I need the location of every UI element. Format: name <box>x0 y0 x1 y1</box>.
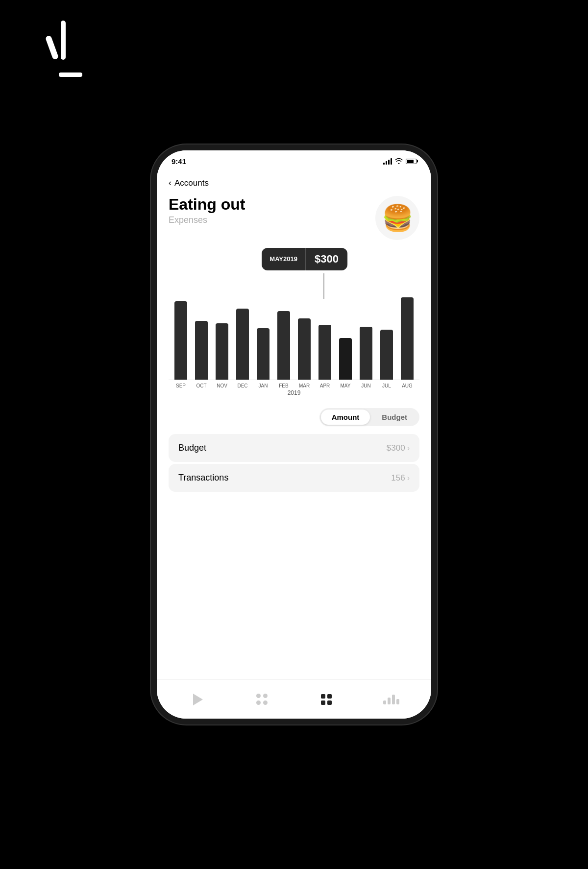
back-chevron-icon: ‹ <box>169 178 172 188</box>
bar-jul <box>380 330 393 380</box>
bar-col-mar[interactable] <box>294 318 315 380</box>
x-label-jul: JUL <box>376 383 397 388</box>
bar-col-dec[interactable] <box>232 309 253 380</box>
bar-jan <box>257 328 270 380</box>
app-content: ‹ Accounts Eating out Expenses 🍔 MAY2019… <box>157 172 431 679</box>
bar-may <box>339 338 352 380</box>
chevron-right-icon: › <box>407 444 410 453</box>
nav-bars-button[interactable] <box>380 689 402 710</box>
list-section: Budget $300 › Transactions 156 › <box>169 434 419 492</box>
toggle-budget-button[interactable]: Budget <box>371 410 418 425</box>
bar-apr <box>318 325 331 380</box>
x-label-nov: NOV <box>212 383 232 388</box>
back-nav[interactable]: ‹ Accounts <box>169 172 419 196</box>
bar-mar <box>298 318 311 380</box>
wifi-icon <box>395 158 403 164</box>
bar-col-oct[interactable] <box>191 321 212 380</box>
bar-sep <box>174 301 187 380</box>
bar-jun <box>360 327 372 380</box>
page-title: Eating out <box>169 196 245 213</box>
bar-col-jun[interactable] <box>356 327 376 380</box>
x-label-jun: JUN <box>356 383 376 388</box>
signal-icon <box>383 158 392 165</box>
header-text: Eating out Expenses <box>169 196 245 225</box>
x-label-sep: SEP <box>171 383 191 388</box>
bar-col-feb[interactable] <box>273 311 294 380</box>
list-item-label-transactions: Transactions <box>178 473 228 483</box>
year-label: 2019 <box>169 389 419 396</box>
bar-nov <box>216 323 228 380</box>
x-label-may: MAY <box>335 383 356 388</box>
chart-container: MAY2019 $300 SEPOCTNOVDECJANFEBMARAPRMAY… <box>169 248 419 404</box>
bar-col-nov[interactable] <box>212 323 232 380</box>
bar-col-sep[interactable] <box>171 301 191 380</box>
toggle-row: Amount Budget <box>169 408 419 426</box>
x-label-oct: OCT <box>191 383 212 388</box>
x-label-feb: FEB <box>273 383 294 388</box>
phone-frame: 9:41 ‹ Accounts <box>157 150 431 719</box>
apps-icon <box>321 694 332 705</box>
bars-icon <box>383 695 399 704</box>
bottom-nav <box>157 679 431 719</box>
status-time: 9:41 <box>172 157 186 166</box>
burger-icon: 🍔 <box>382 205 414 231</box>
page-subtitle: Expenses <box>169 215 245 225</box>
grid-icon <box>256 694 268 705</box>
tooltip-value: $300 <box>306 248 347 270</box>
nav-apps-button[interactable] <box>316 689 337 710</box>
x-label-apr: APR <box>315 383 335 388</box>
list-item-label-budget: Budget <box>178 443 206 453</box>
bar-chart[interactable] <box>169 272 419 380</box>
x-label-mar: MAR <box>294 383 315 388</box>
bar-dec <box>236 309 249 380</box>
bar-col-apr[interactable] <box>315 325 335 380</box>
x-label-aug: AUG <box>397 383 417 388</box>
battery-icon <box>406 159 416 164</box>
list-item-budget[interactable]: Budget $300 › <box>169 434 419 462</box>
nav-grid-button[interactable] <box>251 689 272 710</box>
bar-col-aug[interactable] <box>397 297 417 380</box>
list-item-value-budget: $300 <box>387 443 405 453</box>
bar-oct <box>195 321 208 380</box>
list-item-right-transactions: 156 › <box>391 473 410 483</box>
bar-col-jul[interactable] <box>376 330 397 380</box>
back-label: Accounts <box>174 178 209 188</box>
nav-play-button[interactable] <box>186 689 208 710</box>
toggle-group: Amount Budget <box>319 408 419 426</box>
list-item-transactions[interactable]: Transactions 156 › <box>169 464 419 492</box>
x-axis: SEPOCTNOVDECJANFEBMARAPRMAYJUNJULAUG <box>169 380 419 388</box>
list-item-value-transactions: 156 <box>391 473 405 483</box>
toggle-amount-button[interactable]: Amount <box>321 410 370 425</box>
bar-col-jan[interactable] <box>253 328 273 380</box>
header-row: Eating out Expenses 🍔 <box>169 196 419 240</box>
bar-col-may[interactable] <box>335 338 356 380</box>
bar-aug <box>401 297 414 380</box>
category-icon: 🍔 <box>375 196 419 240</box>
play-icon <box>193 694 203 705</box>
list-item-right-budget: $300 › <box>387 443 410 453</box>
bar-feb <box>277 311 290 380</box>
chevron-right-icon: › <box>407 474 410 483</box>
status-icons <box>383 158 416 165</box>
status-bar: 9:41 <box>157 150 431 172</box>
tooltip-date: MAY2019 <box>262 248 305 270</box>
tooltip-line <box>324 273 324 299</box>
x-label-dec: DEC <box>232 383 253 388</box>
chart-tooltip: MAY2019 $300 <box>262 248 347 270</box>
x-label-jan: JAN <box>253 383 273 388</box>
